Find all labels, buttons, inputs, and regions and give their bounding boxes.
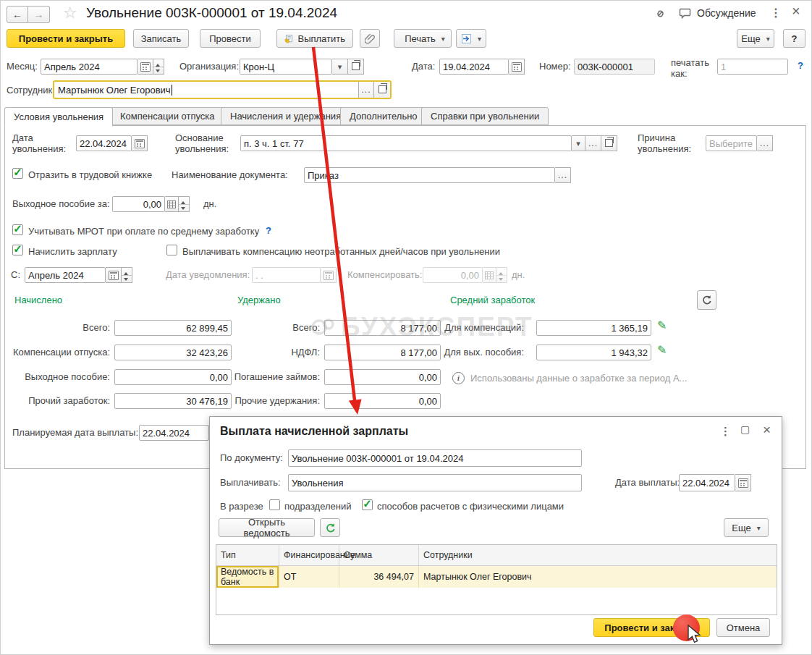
organization-input[interactable] (240, 59, 332, 75)
favorite-star-icon[interactable]: ☆ (63, 4, 77, 22)
compensate-input[interactable] (423, 267, 483, 283)
from-input[interactable] (25, 267, 106, 283)
dialog-menu-kebab-icon[interactable]: ⋮ (720, 425, 731, 438)
severance-calc-button[interactable] (165, 196, 179, 212)
col-header-type[interactable]: Тип (216, 545, 279, 565)
reason-select-button[interactable]: ... (757, 135, 773, 151)
withheld-section-link[interactable]: Удержано (237, 295, 281, 305)
organization-open-button[interactable] (348, 59, 364, 75)
accrued-total-input[interactable] (114, 320, 232, 336)
employee-select-button[interactable]: ... (358, 82, 374, 98)
dialog-close-icon[interactable]: × (763, 422, 771, 438)
col-header-amount[interactable]: Сумма (339, 545, 419, 565)
dialog-post-and-close-button[interactable]: Провести и закрыть (593, 618, 710, 637)
print-button[interactable]: Печать ▾ (394, 29, 452, 48)
accrued-section-link[interactable]: Начислено (14, 295, 62, 305)
table-row[interactable]: Ведомость в банк ОТ 36 494,07 Мартынюк О… (216, 566, 777, 588)
avg-severance-input[interactable] (536, 345, 651, 360)
tab-additional[interactable]: Дополнительно (340, 107, 427, 125)
dismissal-basis-input[interactable] (240, 135, 572, 151)
pay-unworked-checkbox[interactable] (166, 245, 177, 255)
discussion-link[interactable]: Обсуждение (697, 7, 756, 19)
window-close-icon[interactable]: × (792, 3, 800, 20)
tab-vacation-compensation[interactable]: Компенсации отпуска (111, 107, 224, 125)
forward-button[interactable]: → (28, 6, 50, 23)
cell-financing[interactable]: ОТ (279, 566, 339, 588)
tab-dismissal-certificates[interactable]: Справки при увольнении (421, 107, 549, 125)
month-calendar-button[interactable] (138, 59, 153, 75)
recalculate-button[interactable] (697, 290, 716, 310)
save-button[interactable]: Записать (133, 29, 189, 48)
accrued-vacation-input[interactable] (114, 345, 232, 360)
pay-what-input[interactable] (288, 474, 582, 491)
accrue-salary-checkbox[interactable]: ✓ (12, 245, 23, 255)
labor-book-checkbox[interactable]: ✓ (12, 168, 23, 179)
withheld-loans-input[interactable] (324, 369, 441, 385)
doc-name-select-button[interactable]: ... (555, 167, 571, 183)
planned-date-input[interactable] (139, 425, 209, 441)
post-and-close-button[interactable]: Провести и закрыть (7, 29, 125, 48)
avg-severance-edit-icon[interactable]: ✎ (657, 343, 667, 357)
pay-button[interactable]: Выплатить (276, 29, 353, 48)
accrued-severance-input[interactable] (114, 369, 232, 385)
withheld-other-input[interactable] (324, 393, 441, 409)
col-header-employees[interactable]: Сотрудники (419, 545, 777, 565)
compensate-calc-button[interactable] (483, 267, 496, 283)
notice-date-input[interactable] (252, 267, 321, 283)
pay-date-input[interactable] (679, 474, 735, 491)
back-button[interactable]: ← (7, 6, 28, 23)
from-calendar-button[interactable] (106, 267, 122, 283)
dialog-refresh-button[interactable] (320, 518, 340, 537)
month-spinner[interactable] (153, 59, 164, 75)
dialog-more-button[interactable]: Еще ▾ (724, 518, 769, 537)
basis-open-button[interactable] (601, 135, 617, 151)
pay-date-calendar-button[interactable] (735, 474, 751, 491)
cell-amount[interactable]: 36 494,07 (339, 566, 419, 588)
employee-input[interactable]: Мартынюк Олег Егорович (54, 82, 358, 98)
help-button[interactable]: ? (783, 29, 805, 48)
print-as-help-icon[interactable]: ? (798, 60, 803, 71)
mrot-help-icon[interactable]: ? (266, 225, 271, 236)
dismissal-date-calendar-button[interactable] (132, 135, 148, 151)
date-input[interactable] (439, 59, 509, 75)
doc-name-input[interactable] (304, 167, 555, 183)
link-icon[interactable] (653, 8, 667, 20)
more-button[interactable]: Еще ▾ (737, 29, 774, 48)
employee-open-button[interactable] (374, 82, 390, 98)
cell-employees[interactable]: Мартынюк Олег Егорович (419, 566, 777, 588)
window-menu-kebab-icon[interactable]: ⋮ (770, 6, 782, 20)
by-departments-checkbox[interactable] (269, 499, 280, 510)
post-button[interactable]: Провести (200, 29, 261, 48)
cell-type[interactable]: Ведомость в банк (216, 566, 279, 588)
tab-accruals-deductions[interactable]: Начисления и удержания (221, 107, 350, 125)
avg-compensation-edit-icon[interactable]: ✎ (657, 318, 667, 332)
discussion-icon[interactable] (678, 7, 693, 20)
compensate-spinner[interactable] (496, 267, 507, 283)
month-input[interactable] (41, 59, 138, 75)
dismissal-reason-input[interactable] (706, 135, 757, 151)
basis-dropdown-button[interactable]: ▾ (572, 135, 585, 151)
date-calendar-button[interactable] (509, 59, 525, 75)
severance-spinner[interactable] (179, 196, 190, 212)
print-as-input[interactable] (717, 59, 788, 75)
organization-dropdown-button[interactable]: ▾ (332, 59, 348, 75)
col-header-financing[interactable]: Финансирование (279, 545, 339, 565)
by-payment-methods-checkbox[interactable]: ✓ (362, 499, 373, 510)
average-earnings-section-link[interactable]: Средний заработок (450, 295, 535, 305)
notice-calendar-button[interactable] (321, 267, 337, 283)
accrued-other-input[interactable] (114, 393, 232, 409)
by-document-input[interactable] (288, 449, 582, 467)
avg-compensation-input[interactable] (536, 320, 651, 336)
severance-input[interactable] (112, 196, 165, 212)
dismissal-date-input[interactable] (76, 135, 132, 151)
dialog-maximize-icon[interactable]: ▢ (740, 423, 750, 435)
dialog-cancel-button[interactable]: Отмена (716, 618, 770, 637)
open-statement-button[interactable]: Открыть ведомость (219, 518, 315, 537)
basis-select-button[interactable]: ... (585, 135, 601, 151)
from-spinner[interactable] (122, 267, 132, 283)
tab-dismissal-terms[interactable]: Условия увольнения (4, 107, 113, 127)
attachments-button[interactable] (360, 29, 380, 48)
mrot-checkbox[interactable]: ✓ (12, 224, 23, 235)
number-input[interactable] (574, 59, 655, 75)
export-button[interactable]: ▾ (456, 29, 486, 48)
